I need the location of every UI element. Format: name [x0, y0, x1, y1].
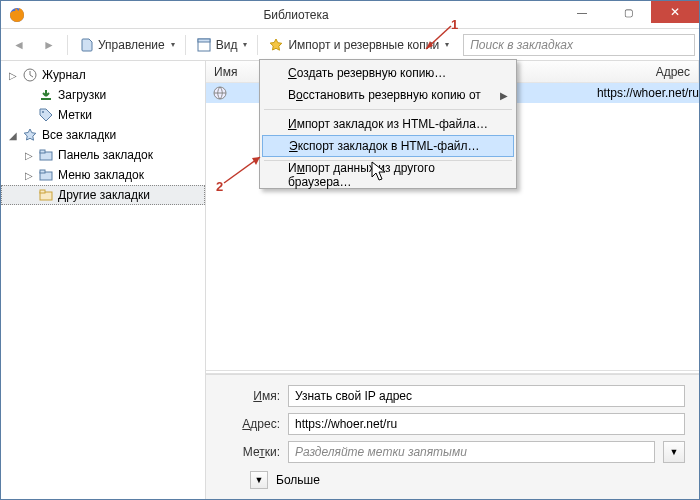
details-panel: Имя: Узнать свой IP адрес Адрес: https:/…	[206, 374, 699, 499]
menu-item-create-backup[interactable]: Создать резервную копию…	[262, 62, 514, 84]
forward-button[interactable]: ►	[35, 33, 63, 57]
sidebar-label: Меню закладок	[58, 168, 144, 182]
import-label: Импорт и резервные копии	[288, 38, 439, 52]
organize-label: Управление	[98, 38, 165, 52]
history-icon	[22, 67, 38, 83]
svg-rect-7	[40, 150, 45, 153]
chevron-down-icon: ▾	[171, 40, 175, 49]
details-more-label: Больше	[276, 473, 320, 487]
sidebar-label: Все закладки	[42, 128, 116, 142]
menu-item-restore-backup[interactable]: Восстановить резервную копию от ▶	[262, 84, 514, 106]
folder-icon	[38, 187, 54, 203]
toolbar: ◄ ► Управление ▾ Вид ▾ Импорт и резервны…	[1, 29, 699, 61]
chevron-down-icon: ▾	[243, 40, 247, 49]
bookmarks-icon	[22, 127, 38, 143]
arrow-right-icon: ►	[41, 37, 57, 53]
svg-rect-11	[40, 190, 45, 193]
sidebar: ▷ Журнал Загрузки Метки ◢ Все закладки ▷	[1, 61, 206, 499]
chevron-down-icon: ▼	[250, 471, 268, 489]
expander-icon[interactable]: ▷	[23, 170, 34, 181]
view-icon	[196, 37, 212, 53]
chevron-down-icon: ▾	[445, 40, 449, 49]
sidebar-label: Метки	[58, 108, 92, 122]
window-controls: — ▢ ✕	[559, 1, 699, 28]
details-name-label: Имя:	[220, 389, 280, 403]
sidebar-item-bookmarks-menu[interactable]: ▷ Меню закладок	[1, 165, 205, 185]
expander-icon[interactable]: ▷	[23, 150, 34, 161]
star-icon	[268, 37, 284, 53]
organize-icon	[78, 37, 94, 53]
organize-menu-button[interactable]: Управление ▾	[72, 33, 181, 57]
back-button[interactable]: ◄	[5, 33, 33, 57]
import-backup-menu-button[interactable]: Импорт и резервные копии ▾	[262, 33, 455, 57]
maximize-button[interactable]: ▢	[605, 1, 651, 23]
toolbar-separator	[185, 35, 186, 55]
sidebar-item-other-bookmarks[interactable]: Другие закладки	[1, 185, 205, 205]
menu-separator	[264, 109, 512, 110]
close-button[interactable]: ✕	[651, 1, 699, 23]
import-backup-menu: Создать резервную копию… Восстановить ре…	[259, 59, 517, 189]
sidebar-item-tags[interactable]: Метки	[1, 105, 205, 125]
toolbar-separator	[67, 35, 68, 55]
menu-item-export-html[interactable]: Экспорт закладок в HTML-файл…	[262, 135, 514, 157]
column-header-addr-label: Адрес	[656, 65, 690, 79]
details-addr-label: Адрес:	[220, 417, 280, 431]
sidebar-item-downloads[interactable]: Загрузки	[1, 85, 205, 105]
svg-point-5	[42, 111, 44, 113]
search-input[interactable]: Поиск в закладках	[463, 34, 695, 56]
minimize-button[interactable]: —	[559, 1, 605, 23]
sidebar-label: Другие закладки	[58, 188, 150, 202]
folder-icon	[38, 167, 54, 183]
details-tags-label: Метки:	[220, 445, 280, 459]
firefox-icon	[7, 5, 27, 25]
details-more-toggle[interactable]: ▼ Больше	[220, 469, 685, 489]
window-title: Библиотека	[33, 8, 559, 22]
expander-icon[interactable]: ◢	[7, 130, 18, 141]
expander-icon[interactable]: ▷	[7, 70, 18, 81]
details-tags-input[interactable]: Разделяйте метки запятыми	[288, 441, 655, 463]
view-label: Вид	[216, 38, 238, 52]
sidebar-label: Загрузки	[58, 88, 106, 102]
folder-icon	[38, 147, 54, 163]
sidebar-item-all-bookmarks[interactable]: ◢ Все закладки	[1, 125, 205, 145]
download-icon	[38, 87, 54, 103]
svg-rect-2	[198, 39, 210, 42]
sidebar-item-history[interactable]: ▷ Журнал	[1, 65, 205, 85]
tags-dropdown-button[interactable]: ▼	[663, 441, 685, 463]
details-addr-input[interactable]: https://whoer.net/ru	[288, 413, 685, 435]
submenu-arrow-icon: ▶	[500, 90, 508, 101]
svg-rect-9	[40, 170, 45, 173]
toolbar-separator	[257, 35, 258, 55]
svg-rect-4	[41, 98, 51, 100]
title-bar: Библиотека — ▢ ✕	[1, 1, 699, 29]
view-menu-button[interactable]: Вид ▾	[190, 33, 254, 57]
tag-icon	[38, 107, 54, 123]
library-window: Библиотека — ▢ ✕ ◄ ► Управление ▾ Вид ▾ …	[0, 0, 700, 500]
arrow-left-icon: ◄	[11, 37, 27, 53]
menu-item-import-html[interactable]: Импорт закладок из HTML-файла…	[262, 113, 514, 135]
sidebar-label: Панель закладок	[58, 148, 153, 162]
details-name-input[interactable]: Узнать свой IP адрес	[288, 385, 685, 407]
sidebar-label: Журнал	[42, 68, 86, 82]
chevron-down-icon: ▼	[670, 447, 679, 457]
globe-icon	[212, 85, 228, 101]
menu-item-import-browser[interactable]: Импорт данных из другого браузера…	[262, 164, 514, 186]
sidebar-item-bookmarks-toolbar[interactable]: ▷ Панель закладок	[1, 145, 205, 165]
